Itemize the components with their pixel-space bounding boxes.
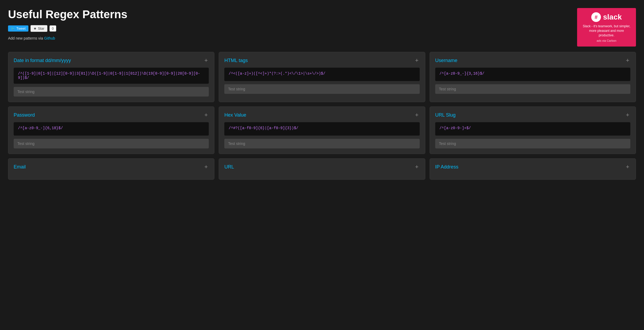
test-input-url-slug[interactable] <box>435 139 630 148</box>
card-add-button-date[interactable]: + <box>203 57 209 63</box>
card-add-button-hex-value[interactable]: + <box>414 112 420 118</box>
github-link-row: Add new patterns via Github <box>8 36 127 40</box>
card-add-button-username[interactable]: + <box>625 57 630 63</box>
card-add-button-email[interactable]: + <box>203 164 209 170</box>
card-header-ip-address: IP Address + <box>435 164 630 170</box>
card-title-date: Date in format dd/mm/yyyy <box>14 58 71 63</box>
card-hex-value: Hex Value + /^#?([a-f0-9]{6}|[a-f0-9]{3}… <box>219 106 425 154</box>
card-title-username: Username <box>435 58 457 63</box>
card-title-url: URL <box>224 164 234 170</box>
card-add-button-url[interactable]: + <box>414 164 420 170</box>
card-html-tags: HTML tags + /^<([a-z]+)([^<]+)*(?:>(.*)<… <box>219 52 425 102</box>
slack-hash-symbol: # <box>594 14 597 20</box>
card-add-button-password[interactable]: + <box>203 112 209 118</box>
page-header: Useful Regex Patterns 🐦 Tweet ★ Star 0 A… <box>8 8 636 47</box>
card-header-password: Password + <box>14 112 209 118</box>
card-email: Email + <box>8 158 214 180</box>
tweet-button[interactable]: 🐦 Tweet <box>8 25 28 32</box>
github-prompt-text: Add new patterns via <box>8 36 44 40</box>
slack-name: slack <box>603 13 622 21</box>
test-input-username[interactable] <box>435 84 630 94</box>
star-label: Star <box>38 26 44 30</box>
card-url: URL + <box>219 158 425 180</box>
card-title-ip-address: IP Address <box>435 164 459 170</box>
card-header-url: URL + <box>224 164 419 170</box>
regex-display-username: /^[a-z0-9_-]{3,16}$/ <box>435 68 630 81</box>
card-ip-address: IP Address + <box>430 158 636 180</box>
tweet-label: Tweet <box>16 26 26 30</box>
card-title-url-slug: URL Slug <box>435 112 456 118</box>
card-header-email: Email + <box>14 164 209 170</box>
regex-display-url-slug: /^[a-z0-9-]+$/ <box>435 122 630 136</box>
card-title-password: Password <box>14 112 35 118</box>
card-title-hex-value: Hex Value <box>224 112 246 118</box>
slack-hash-icon: # <box>591 12 601 22</box>
card-add-button-url-slug[interactable]: + <box>625 112 630 118</box>
test-input-password[interactable] <box>14 139 209 148</box>
card-title-email: Email <box>14 164 26 170</box>
slack-ad[interactable]: # slack Slack - it's teamwork, but simpl… <box>577 8 636 47</box>
regex-display-date: /^([1-9]|0[1-9]|[12][0-9]|3[01])\D([1-9]… <box>14 68 209 84</box>
card-header-html-tags: HTML tags + <box>224 57 419 63</box>
slack-logo-row: # slack <box>581 12 632 22</box>
card-add-button-ip-address[interactable]: + <box>625 164 630 170</box>
card-header-url-slug: URL Slug + <box>435 112 630 118</box>
regex-display-html-tags: /^<([a-z]+)([^<]+)*(?:>(.*)<\/\1>|\s+\/>… <box>224 68 419 81</box>
page-title: Useful Regex Patterns <box>8 8 127 21</box>
test-input-hex-value[interactable] <box>224 139 419 148</box>
github-link[interactable]: Github <box>44 36 55 40</box>
card-url-slug: URL Slug + /^[a-z0-9-]+$/ <box>430 106 636 154</box>
regex-display-password: /^[a-z0-9_-]{6,18}$/ <box>14 122 209 136</box>
card-username: Username + /^[a-z0-9_-]{3,16}$/ <box>430 52 636 102</box>
star-count: 0 <box>50 25 56 32</box>
test-input-html-tags[interactable] <box>224 84 419 94</box>
card-header-hex-value: Hex Value + <box>224 112 419 118</box>
twitter-icon: 🐦 <box>11 26 15 30</box>
star-button[interactable]: ★ Star <box>31 25 47 32</box>
cards-grid: Date in format dd/mm/yyyy + /^([1-9]|0[1… <box>8 52 636 180</box>
card-date: Date in format dd/mm/yyyy + /^([1-9]|0[1… <box>8 52 214 102</box>
social-row: 🐦 Tweet ★ Star 0 <box>8 25 127 32</box>
card-password: Password + /^[a-z0-9_-]{6,18}$/ <box>8 106 214 154</box>
slack-ads-label: ads via Carbon <box>581 39 632 42</box>
card-add-button-html-tags[interactable]: + <box>414 57 420 63</box>
card-title-html-tags: HTML tags <box>224 58 248 63</box>
slack-tagline: Slack - it's teamwork, but simpler, more… <box>581 24 632 37</box>
card-header-username: Username + <box>435 57 630 63</box>
header-left: Useful Regex Patterns 🐦 Tweet ★ Star 0 A… <box>8 8 127 40</box>
star-icon: ★ <box>33 26 37 30</box>
regex-display-hex-value: /^#?([a-f0-9]{6}|[a-f0-9]{3})$/ <box>224 122 419 136</box>
test-input-date[interactable] <box>14 87 209 97</box>
card-header-date: Date in format dd/mm/yyyy + <box>14 57 209 63</box>
